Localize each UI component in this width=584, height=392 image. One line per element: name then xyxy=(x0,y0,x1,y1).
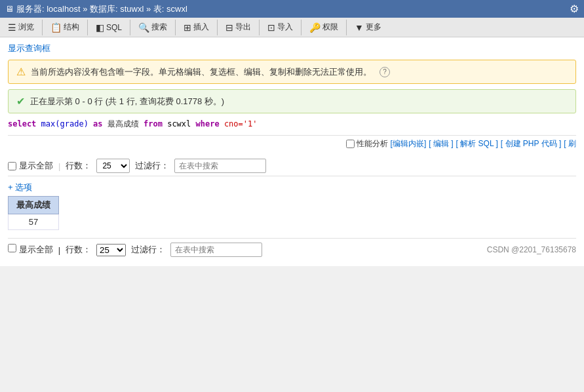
show-query-link[interactable]: 显示查询框 xyxy=(8,43,50,54)
add-option-link[interactable]: + 选项 xyxy=(8,182,32,193)
table-header-maxgrade: 最高成绩 xyxy=(9,197,59,214)
copyright-text: CSDN @2201_76135678 xyxy=(487,245,576,254)
options-bar: 性能分析 [编辑内嵌] [ 编辑 ] [ 解析 SQL ] [ 创建 PHP 代… xyxy=(8,135,576,152)
toolbar-separator-7 xyxy=(301,20,302,35)
sql-icon: ◧ xyxy=(96,22,104,33)
browse-icon: ☰ xyxy=(8,22,16,33)
import-icon: ⊡ xyxy=(267,22,275,33)
sql-alias: 最高成绩 xyxy=(107,119,139,128)
refresh-link[interactable]: [ 刷 xyxy=(564,138,576,149)
table-row: 57 xyxy=(9,214,59,230)
toolbar-separator-6 xyxy=(259,20,260,35)
show-all-checkbox[interactable] xyxy=(8,162,16,170)
show-all-label[interactable]: 显示全部 xyxy=(8,160,53,172)
parse-sql-link[interactable]: [ 解析 SQL ] xyxy=(456,138,498,149)
row-count-label: 行数： xyxy=(66,160,91,172)
toolbar-separator xyxy=(42,20,43,35)
sql-from: from xyxy=(144,119,163,128)
search-button[interactable]: 🔍 搜索 xyxy=(133,19,172,35)
filter-separator: | xyxy=(58,161,60,171)
insert-icon: ⊞ xyxy=(184,22,191,33)
success-text: 正在显示第 0 - 0 行 (共 1 行, 查询花费 0.1778 秒。) xyxy=(30,96,224,108)
warning-box: ⚠ 当前所选内容没有包含唯一字段。单元格编辑、复选框、编辑、复制和删除无法正常使… xyxy=(8,60,576,84)
gear-icon[interactable]: ⚙ xyxy=(570,3,579,15)
server-icon: 🖥 xyxy=(5,4,14,14)
structure-icon: 📋 xyxy=(50,22,62,33)
help-icon[interactable]: ? xyxy=(380,67,390,77)
sql-button[interactable]: ◧ SQL xyxy=(90,20,127,35)
sql-where: where xyxy=(196,119,220,128)
toolbar-separator-4 xyxy=(175,20,176,35)
success-icon: ✔ xyxy=(16,95,25,108)
bottom-row-count-select[interactable]: 25 50 100 250 xyxy=(96,244,126,256)
sql-select: select xyxy=(8,119,36,128)
import-button[interactable]: ⊡ 导入 xyxy=(262,19,298,35)
table-cell-value: 57 xyxy=(9,214,59,230)
warning-text: 当前所选内容没有包含唯一字段。单元格编辑、复选框、编辑、复制和删除无法正常使用。 xyxy=(31,66,372,78)
more-button[interactable]: ▼ 更多 xyxy=(349,19,387,35)
export-button[interactable]: ⊟ 导出 xyxy=(220,19,256,35)
structure-button[interactable]: 📋 结构 xyxy=(45,19,85,35)
success-box: ✔ 正在显示第 0 - 0 行 (共 1 行, 查询花费 0.1778 秒。) xyxy=(8,89,576,113)
sql-table: scwxl xyxy=(167,119,191,128)
perf-analysis-label[interactable]: 性能分析 xyxy=(346,138,388,149)
bottom-filter-input[interactable] xyxy=(170,243,262,257)
bottom-filter-separator: | xyxy=(58,245,60,255)
bottom-row-count-label: 行数： xyxy=(66,244,91,256)
toolbar: ☰ 浏览 📋 结构 ◧ SQL 🔍 搜索 ⊞ 插入 ⊟ 导出 ⊡ 导入 🔑 权限… xyxy=(0,18,584,37)
breadcrumb: 🖥 服务器: localhost » 数据库: stuwxl » 表: scwx… xyxy=(5,3,187,15)
sql-condition: cno='1' xyxy=(224,119,258,128)
export-icon: ⊟ xyxy=(225,22,233,33)
insert-button[interactable]: ⊞ 插入 xyxy=(178,19,214,35)
toolbar-separator-5 xyxy=(217,20,218,35)
filter-label: 过滤行： xyxy=(135,160,169,172)
edit-link[interactable]: [ 编辑 ] xyxy=(429,138,453,149)
search-icon: 🔍 xyxy=(138,22,149,33)
bottom-show-all-checkbox[interactable] xyxy=(8,244,16,252)
title-bar: 🖥 服务器: localhost » 数据库: stuwxl » 表: scwx… xyxy=(0,0,584,18)
browse-button[interactable]: ☰ 浏览 xyxy=(3,19,39,35)
toolbar-separator-3 xyxy=(130,20,130,35)
sql-line: select max(grade) as 最高成绩 from scwxl whe… xyxy=(8,119,576,130)
bottom-filter-row: 显示全部 | 行数： 25 50 100 250 过滤行： CSDN @2201… xyxy=(8,238,576,261)
toolbar-separator-2 xyxy=(87,20,88,35)
edit-embed-link[interactable]: [编辑内嵌] xyxy=(391,138,427,149)
bottom-filter-left: 显示全部 | 行数： 25 50 100 250 过滤行： xyxy=(8,243,262,257)
filter-input[interactable] xyxy=(174,159,266,173)
sql-as: as xyxy=(93,119,102,128)
more-icon: ▼ xyxy=(355,22,364,33)
data-table: 最高成绩 57 xyxy=(8,196,59,230)
row-count-select[interactable]: 25 50 100 250 xyxy=(96,159,130,173)
sql-max: max xyxy=(41,119,56,128)
main-content: 显示查询框 ⚠ 当前所选内容没有包含唯一字段。单元格编辑、复选框、编辑、复制和删… xyxy=(0,37,584,266)
permissions-icon: 🔑 xyxy=(309,22,321,33)
filter-row: 显示全部 | 行数： 25 50 100 250 过滤行： xyxy=(8,156,576,176)
create-php-link[interactable]: [ 创建 PHP 代码 ] xyxy=(501,138,561,149)
permissions-button[interactable]: 🔑 权限 xyxy=(304,19,343,35)
perf-analysis-checkbox[interactable] xyxy=(346,140,355,148)
warning-icon: ⚠ xyxy=(16,66,26,78)
bottom-show-all-label[interactable]: 显示全部 xyxy=(8,244,53,256)
bottom-filter-label: 过滤行： xyxy=(131,244,165,256)
toolbar-separator-8 xyxy=(346,20,347,35)
sql-grade-param: (grade) xyxy=(55,119,88,128)
